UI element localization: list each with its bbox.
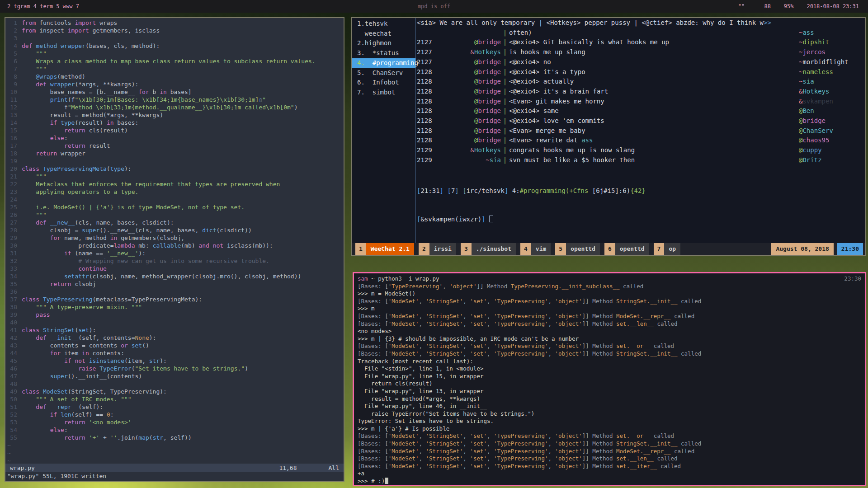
buffer-list-item[interactable]: 7. simbot [352, 88, 415, 98]
nicklist-item[interactable]: ~sia [799, 77, 865, 87]
chat-message: 2127@bridge|<@exio4> no [416, 57, 795, 67]
terminal-line: >>> # :) [358, 478, 861, 485]
nicklist-item[interactable]: @Ben [799, 106, 865, 116]
dvtm-clock: 21:30 [837, 243, 863, 255]
text-cursor [489, 216, 493, 222]
vim-line: 27 def __new__(cls, name, bases, clsdict… [5, 219, 344, 226]
weechat-chat-area[interactable]: |often)2127@bridge|<@exio4> Git basicall… [416, 28, 795, 167]
vim-code-area[interactable]: 1from functools import wraps2from inspec… [5, 18, 344, 464]
terminal-output[interactable]: sam ~ python3 -i wrap.py23:30[Bases: ['T… [354, 273, 865, 487]
vim-line: 55 return '+' + ''.join(map(str, self)) [5, 434, 344, 441]
nicklist-item[interactable]: ~dipshit [799, 38, 865, 47]
dvtm-window-tab[interactable]: 3./sinusbot [461, 243, 516, 255]
terminal-line: TypeError: Set items have to be strings. [358, 418, 861, 425]
terminal-line: >>> m = ModeSet() [358, 290, 861, 298]
vim-line: 12 f"Method \x1b[33;1m{method.__qualname… [5, 103, 344, 111]
vim-line: 23 applying operators to a type. [5, 188, 344, 196]
terminal-line: [Bases: ['ModeSet', 'StringSet', 'set', … [358, 313, 861, 320]
nicklist-item[interactable]: ~nameless [799, 67, 865, 77]
nicklist-item[interactable]: &svkampen [799, 97, 865, 107]
buffer-list-item[interactable]: 3. *status [352, 48, 415, 58]
weechat-status-bar: [21:31] [7] [irc/tehsvk] 4:#programming(… [417, 186, 865, 196]
vim-line: 34 setattr(clsobj, name, method_wrapper(… [5, 272, 344, 280]
terminal-line: [Bases: ['ModeSet', 'StringSet', 'set', … [358, 343, 861, 350]
nicklist-item[interactable]: @Dritz [799, 155, 865, 165]
vim-line: 9 def wrapper(*args, **kwargs): [5, 80, 344, 88]
terminal-line: >>> m | {'a'} # Is possible [358, 425, 861, 433]
buffer-list-item[interactable]: 5. ChanServ [352, 68, 415, 78]
vim-line: 47 super().__init__(contents) [5, 372, 344, 380]
weechat-topic-bar: <sia> We are all only temporary | <Hotke… [416, 18, 865, 28]
vim-line: 40 [5, 319, 344, 326]
terminal-line: return cls(result) [358, 380, 861, 388]
terminal-line: File "wrap.py", line 13, in wrapper [358, 388, 861, 395]
terminal-line: <no modes> [358, 328, 861, 335]
vim-line: 30 predicate=lambda mb: callable(mb) and… [5, 242, 344, 249]
dvtm-window-tab[interactable]: 6openttd [604, 243, 649, 255]
vim-line: 21 """ [5, 173, 344, 180]
vim-line: 44 for item in contents: [5, 349, 344, 357]
dvtm-window-tab[interactable]: 2irssi [419, 243, 456, 255]
vim-line: 48 [5, 380, 344, 388]
terminal-line: sam ~ python3 -i wrap.py23:30 [358, 275, 861, 283]
vim-line: 16 else: [5, 134, 344, 142]
vim-line: 4def method_wrapper(bases, cls, method): [5, 42, 344, 50]
terminal-line: result = method(*args, **kwargs) [358, 395, 861, 403]
dvtm-window-tab[interactable]: 1WeeChat 2.1 [355, 243, 414, 255]
python-terminal-window[interactable]: sam ~ python3 -i wrap.py23:30[Bases: ['T… [353, 272, 866, 486]
nicklist-item[interactable]: ~morbidflight [799, 57, 865, 67]
terminal-cursor [385, 478, 388, 484]
vim-line: 26 """ [5, 211, 344, 219]
vim-line: 1from functools import wraps [5, 19, 344, 27]
dvtm-window-tabs: 1WeeChat 2.12irssi3./sinusbot4vim5opentt… [352, 243, 680, 255]
buffer-list-item[interactable]: 4. #programming [352, 58, 415, 68]
weechat-input-bar[interactable]: [&svkampen(iwxzr)] [417, 215, 865, 224]
vim-line: 46 raise TypeError("Set items have to be… [5, 365, 344, 372]
chat-message: 2128@bridge|<@exio4> it's a brain fart [416, 87, 795, 97]
desktop-status-bar: 2 tgram 4 term 5 www 7 mpd is off "" 88 … [0, 0, 868, 13]
nicklist-item[interactable]: ~ass [799, 28, 865, 38]
chat-message: 2129~sia|svn must be like a $5 hooker th… [416, 155, 795, 165]
dvtm-window-tab[interactable]: 4vim [520, 243, 551, 255]
buffer-list-item[interactable]: 2.highmon [352, 38, 415, 48]
terminal-line: [Bases: ['ModeSet', 'StringSet', 'set', … [358, 463, 861, 470]
dvtm-window-tab[interactable]: 7op [654, 243, 680, 255]
buffer-list-item[interactable]: 6. Infobot [352, 78, 415, 88]
vim-filename: wrap.py [10, 464, 35, 472]
nicklist-item[interactable]: @cuppy [799, 145, 865, 155]
weechat-nicklist[interactable]: ~ass~dipshit~jercos~morbidflight~nameles… [795, 28, 865, 167]
vim-line: 31 if (name == '__new__'): [5, 249, 344, 257]
terminal-line: [Bases: ['ModeSet', 'StringSet', 'set', … [358, 350, 861, 358]
vim-line: 14 if type(result) in bases: [5, 119, 344, 127]
buffer-list-item[interactable]: weechat [352, 29, 415, 39]
terminal-line: Traceback (most recent call last): [358, 358, 861, 366]
vim-line: 28 clsobj = super().__new__(cls, name, b… [5, 226, 344, 234]
nicklist-item[interactable]: @chaos95 [799, 136, 865, 145]
vim-line: 11 print(f"\x1b[30;1m[Bases: \x1b[34;1m{… [5, 96, 344, 103]
vim-statusline: wrap.py 11,68 All [5, 464, 344, 472]
vim-line: 50 """ A set of IRC modes. """ [5, 395, 344, 403]
vim-line: 33 continue [5, 265, 344, 272]
vim-line: 24 [5, 196, 344, 203]
terminal-line: [Bases: ['TypePreserving', 'object']] Me… [358, 283, 861, 291]
nicklist-item[interactable]: @bridge [799, 116, 865, 126]
vim-scroll-indicator: All [329, 464, 339, 472]
chat-message: 2129&Hotkeys|congrats hooks me up is now… [416, 145, 795, 155]
vim-line: 32 # Wrapping new can get us into some r… [5, 257, 344, 265]
nicklist-item[interactable]: @ChanServ [799, 126, 865, 136]
vim-line: 3 [5, 34, 344, 42]
vim-line: 22 Metaclass that enforces the requireme… [5, 180, 344, 188]
vim-line: 43 contents = contents or set() [5, 342, 344, 349]
vim-line: 51 def __repr__(self): [5, 403, 344, 411]
terminal-line: [Bases: ['ModeSet', 'StringSet', 'set', … [358, 455, 861, 463]
weechat-buffer-list[interactable]: 1.tehsvk weechat2.highmon3. *status4. #p… [352, 18, 416, 243]
dvtm-window-tab[interactable]: 5openttd [555, 243, 600, 255]
buffer-list-item[interactable]: 1.tehsvk [352, 19, 415, 29]
terminal-line: [Bases: ['ModeSet', 'StringSet', 'set', … [358, 320, 861, 328]
terminal-line: [Bases: ['ModeSet', 'StringSet', 'set', … [358, 298, 861, 305]
vim-window[interactable]: 1from functools import wraps2from inspec… [5, 17, 344, 482]
nicklist-item[interactable]: &Hotkeys [799, 87, 865, 97]
weechat-window[interactable]: 1.tehsvk weechat2.highmon3. *status4. #p… [351, 17, 866, 256]
nicklist-item[interactable]: ~jercos [799, 47, 865, 57]
chat-message: 2128@bridge|<Evan> rewrite dat ass [416, 136, 795, 145]
